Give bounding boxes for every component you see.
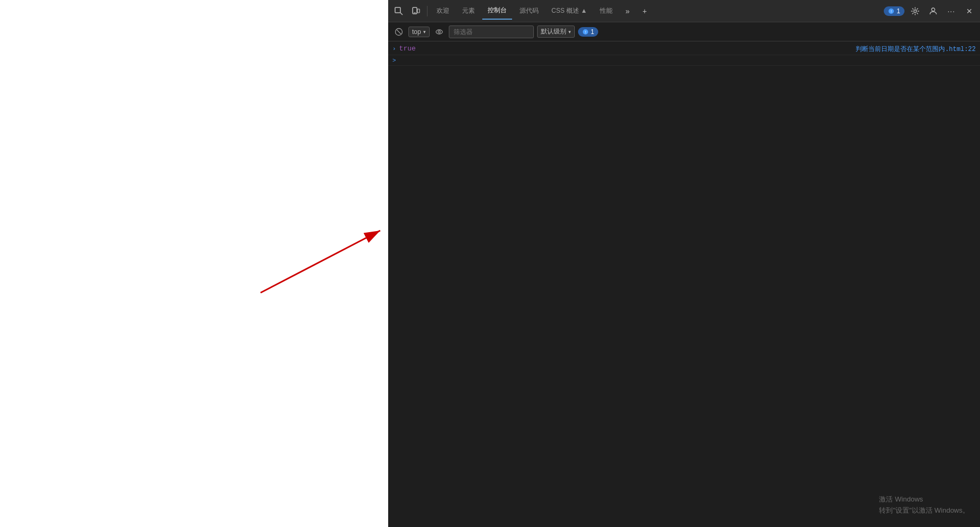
svg-text:!: ! [891, 9, 892, 14]
tab-console[interactable]: 控制台 [482, 3, 512, 20]
ellipsis-icon[interactable]: ··· [944, 4, 959, 19]
filter-input[interactable] [449, 26, 534, 38]
console-toolbar: top ▾ 默认级别 ▾ ! 1 [388, 22, 980, 41]
tab-elements[interactable]: 元素 [457, 3, 480, 20]
console-row-expand: > [388, 55, 980, 66]
console-output[interactable]: › true 判断当前日期是否在某个范围内.html:22 > 激活 Windo… [388, 41, 980, 527]
profile-icon[interactable] [926, 4, 941, 19]
more-tabs-icon[interactable]: » [620, 4, 635, 19]
svg-line-12 [397, 30, 401, 34]
tab-welcome[interactable]: 欢迎 [431, 3, 455, 20]
tab-performance[interactable]: 性能 [594, 3, 618, 20]
tab-css[interactable]: CSS 概述 ▲ [546, 3, 592, 20]
inspect-icon[interactable] [391, 4, 406, 19]
device-mode-icon[interactable] [408, 4, 423, 19]
console-row-true: › true 判断当前日期是否在某个范围内.html:22 [388, 44, 980, 55]
svg-line-1 [261, 231, 380, 293]
toolbar-right: ! 1 ··· ✕ [884, 4, 977, 19]
devtools-panel: 欢迎 元素 控制台 源代码 CSS 概述 ▲ 性能 » + ! 1 [388, 0, 980, 527]
console-source-link[interactable]: 判断当前日期是否在某个范围内.html:22 [856, 45, 976, 54]
console-right-arrow: › [392, 46, 396, 52]
level-chevron: ▾ [568, 29, 571, 35]
expand-arrow-icon[interactable]: > [392, 57, 396, 64]
browser-viewport [0, 0, 388, 527]
svg-text:!: ! [585, 30, 586, 35]
console-issues-badge[interactable]: ! 1 [578, 27, 599, 37]
close-devtools-icon[interactable]: ✕ [962, 4, 977, 19]
toolbar-separator [427, 6, 428, 16]
svg-rect-5 [417, 9, 420, 13]
tab-sources[interactable]: 源代码 [514, 3, 544, 20]
clear-console-icon[interactable] [392, 26, 405, 38]
svg-line-3 [400, 13, 403, 15]
add-tab-icon[interactable]: + [637, 4, 652, 19]
frame-selector-chevron: ▾ [423, 29, 426, 35]
svg-point-9 [914, 10, 917, 12]
issues-badge[interactable]: ! 1 [884, 6, 904, 16]
eye-icon[interactable] [433, 26, 446, 38]
svg-point-13 [436, 30, 442, 34]
frame-selector[interactable]: top ▾ [408, 27, 430, 37]
svg-point-10 [932, 8, 935, 11]
level-selector[interactable]: 默认级别 ▾ [537, 26, 575, 38]
console-value-true: true [399, 45, 416, 53]
windows-activation-watermark: 激活 Windows 转到"设置"以激活 Windows。 [879, 494, 969, 516]
settings-icon[interactable] [908, 4, 923, 19]
svg-point-14 [438, 31, 440, 33]
devtools-toolbar: 欢迎 元素 控制台 源代码 CSS 概述 ▲ 性能 » + ! 1 [388, 0, 980, 22]
svg-rect-2 [395, 7, 400, 13]
